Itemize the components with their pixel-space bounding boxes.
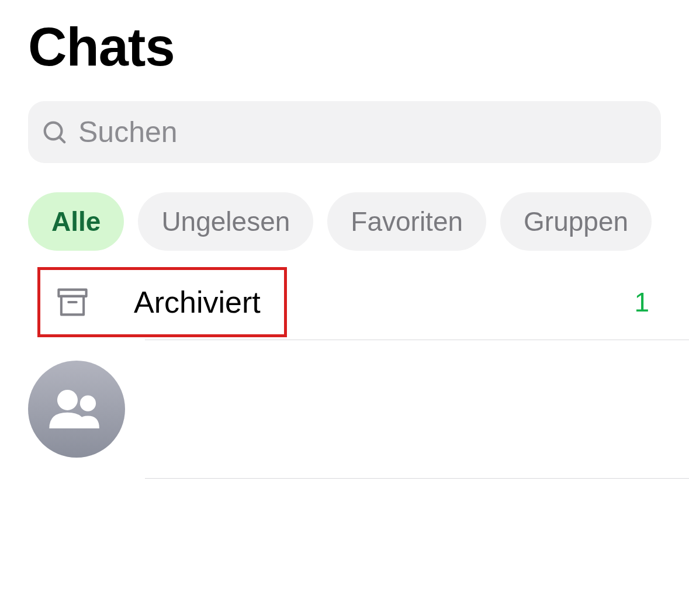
filter-favorites[interactable]: Favoriten	[327, 192, 486, 251]
group-avatar	[28, 361, 125, 458]
archived-count-badge: 1	[634, 286, 649, 318]
search-bar[interactable]	[28, 101, 661, 163]
svg-point-5	[57, 390, 78, 410]
filter-row: Alle Ungelesen Favoriten Gruppen	[28, 192, 663, 251]
search-icon	[41, 119, 68, 146]
svg-point-6	[80, 396, 96, 411]
archived-highlight-box: Archiviert	[37, 267, 287, 337]
svg-line-1	[59, 137, 64, 142]
divider	[145, 478, 689, 479]
filter-all[interactable]: Alle	[28, 192, 124, 251]
archived-label: Archiviert	[134, 285, 261, 320]
svg-rect-3	[61, 296, 84, 315]
group-icon	[46, 387, 107, 431]
archived-row[interactable]: Archiviert 1	[0, 265, 689, 340]
filter-groups[interactable]: Gruppen	[500, 192, 652, 251]
archive-icon	[57, 288, 88, 317]
filter-unread[interactable]: Ungelesen	[138, 192, 313, 251]
search-input[interactable]	[78, 115, 648, 149]
page-title: Chats	[0, 0, 689, 89]
chat-list-item[interactable]	[0, 340, 689, 478]
